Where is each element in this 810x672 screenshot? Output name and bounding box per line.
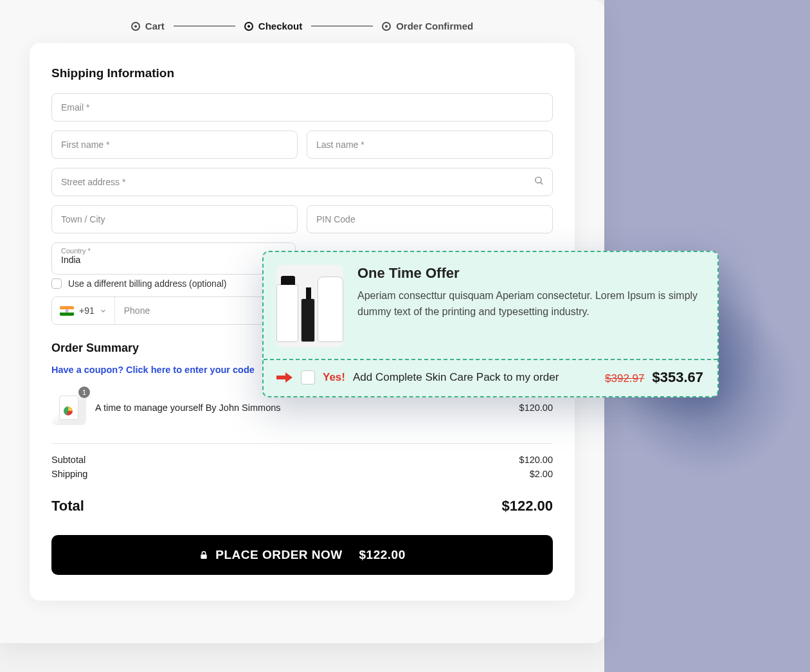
cart-item-name: A time to manage yourself By John Simmon…: [95, 403, 281, 413]
shipping-row: Shipping $2.00: [51, 467, 553, 481]
pin-field-wrap: [307, 205, 553, 233]
step-checkout[interactable]: Checkout: [244, 21, 302, 32]
phone-prefix-value: +91: [79, 305, 94, 316]
lock-icon: [199, 549, 209, 561]
place-order-button[interactable]: PLACE ORDER NOW $122.00: [51, 535, 553, 575]
place-order-label: PLACE ORDER NOW: [215, 548, 343, 562]
city-input[interactable]: [61, 214, 288, 224]
step-label: Checkout: [258, 21, 302, 32]
svg-line-1: [541, 182, 543, 184]
offer-description: Aperiam consecttur quisquam Aperiam cons…: [357, 288, 702, 320]
pin-input[interactable]: [316, 214, 543, 224]
search-icon[interactable]: [534, 176, 544, 189]
coupon-link[interactable]: Have a coupon? Click here to enter your …: [51, 365, 255, 375]
product-dropper-icon: [301, 298, 315, 342]
phone-country-select[interactable]: +91: [52, 297, 115, 324]
last-name-input[interactable]: [316, 140, 543, 150]
step-label: Order Confirmed: [396, 21, 473, 32]
email-field-wrap: [51, 93, 553, 122]
diff-billing-checkbox[interactable]: [51, 278, 62, 289]
total-value: $122.00: [501, 498, 553, 514]
offer-bottom: Yes! Add Complete Skin Care Pack to my o…: [264, 360, 717, 396]
offer-title: One Time Offer: [357, 265, 702, 282]
divider: [51, 443, 553, 444]
street-field-wrap: [51, 168, 553, 196]
step-divider: [174, 26, 235, 26]
step-dot-icon: [382, 22, 391, 31]
diff-billing-label: Use a different billing address (optiona…: [68, 278, 226, 289]
qty-badge: 1: [78, 386, 90, 398]
cart-item-thumb: 1: [51, 390, 86, 425]
country-value: India: [61, 255, 80, 265]
flag-india-icon: [60, 306, 74, 316]
subtotal-label: Subtotal: [51, 455, 86, 465]
svg-point-0: [536, 177, 541, 183]
offer-price: $353.67: [652, 369, 703, 386]
first-name-input[interactable]: [61, 140, 288, 150]
offer-add-label: Add Complete Skin Care Pack to my order: [353, 371, 559, 384]
shipping-heading: Shipping Information: [51, 66, 553, 80]
shipping-label: Shipping: [51, 469, 87, 479]
subtotal-value: $120.00: [519, 455, 553, 465]
email-input[interactable]: [61, 102, 543, 113]
city-field-wrap: [51, 205, 298, 233]
last-name-field-wrap: [307, 131, 553, 159]
arrow-right-icon: [276, 372, 293, 383]
svg-rect-2: [60, 306, 74, 309]
offer-strike-price: $392.97: [605, 372, 644, 385]
step-label: Cart: [145, 21, 165, 32]
offer-product-image: [276, 265, 343, 347]
offer-add-checkbox[interactable]: [301, 370, 315, 385]
svg-rect-6: [201, 554, 207, 559]
street-input[interactable]: [61, 177, 543, 187]
step-cart[interactable]: Cart: [131, 21, 165, 32]
offer-text: One Time Offer Aperiam consecttur quisqu…: [357, 265, 702, 347]
step-confirmed[interactable]: Order Confirmed: [382, 21, 473, 32]
product-tube-icon: [318, 277, 343, 342]
subtotal-row: Subtotal $120.00: [51, 453, 553, 467]
one-time-offer-card: One Time Offer Aperiam consecttur quisqu…: [262, 251, 719, 397]
country-select[interactable]: Country * India: [51, 242, 296, 275]
cart-item-price: $120.00: [519, 403, 553, 413]
shipping-value: $2.00: [530, 469, 553, 479]
chevron-down-icon: [100, 307, 107, 314]
total-row: Total $122.00: [51, 498, 553, 514]
offer-yes-label: Yes!: [323, 371, 345, 384]
place-order-amount: $122.00: [359, 548, 406, 562]
svg-rect-4: [60, 313, 74, 316]
offer-top: One Time Offer Aperiam consecttur quisqu…: [264, 252, 717, 359]
total-label: Total: [51, 498, 84, 514]
step-dot-icon: [244, 22, 253, 31]
book-icon: [59, 395, 78, 420]
step-dot-icon: [131, 22, 140, 31]
product-bottle-icon: [276, 284, 298, 342]
country-label: Country *: [61, 247, 91, 255]
checkout-steps: Cart Checkout Order Confirmed: [0, 0, 604, 43]
offer-prices: $392.97 $353.67: [605, 369, 703, 386]
first-name-field-wrap: [51, 131, 298, 159]
phone-field: +91: [51, 296, 296, 325]
step-divider: [311, 26, 373, 26]
